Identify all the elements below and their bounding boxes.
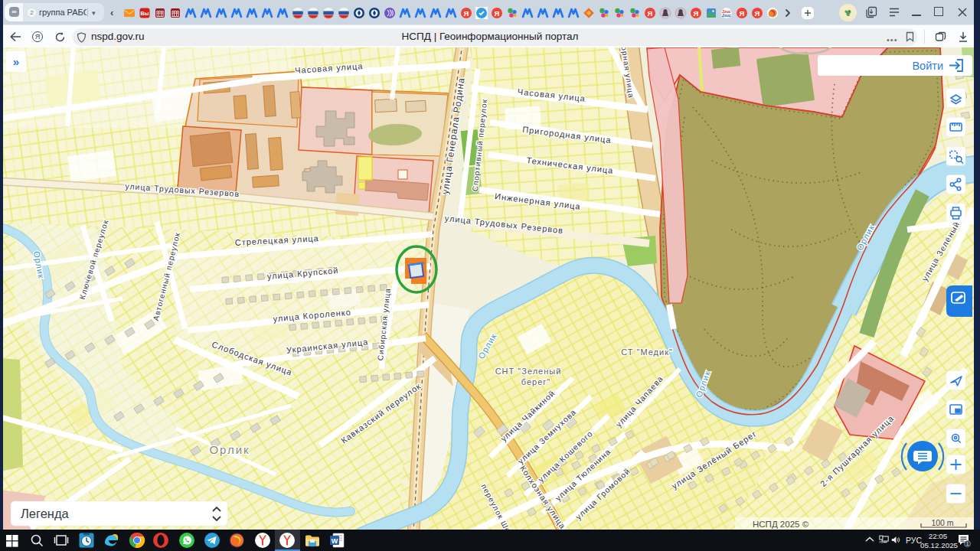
svg-text:Я: Я <box>648 9 653 18</box>
svg-text:2гис: 2гис <box>721 13 731 18</box>
svg-text:Легенда: Легенда <box>21 507 70 520</box>
svg-text:Войти: Войти <box>912 60 943 72</box>
svg-text:РФ: РФ <box>880 541 884 544</box>
svg-text:1: 1 <box>966 541 969 546</box>
svg-text:Орлик: Орлик <box>209 443 250 456</box>
svg-text:Я: Я <box>464 9 469 18</box>
svg-text:Вы: Вы <box>140 11 149 16</box>
svg-text:Я: Я <box>694 9 699 18</box>
svg-text:СНТ "Зеленый: СНТ "Зеленый <box>495 367 562 376</box>
svg-text:берег": берег" <box>521 377 550 386</box>
svg-text:»: » <box>13 55 19 68</box>
svg-text:Я: Я <box>495 9 500 18</box>
svg-text:100 m: 100 m <box>931 518 953 527</box>
svg-text:НСПД 2025 ©: НСПД 2025 © <box>753 520 809 529</box>
svg-text:СТ "Медик": СТ "Медик" <box>621 347 673 357</box>
svg-text:W: W <box>332 537 338 545</box>
svg-text:Я: Я <box>755 9 760 18</box>
svg-text:Я: Я <box>740 9 745 18</box>
